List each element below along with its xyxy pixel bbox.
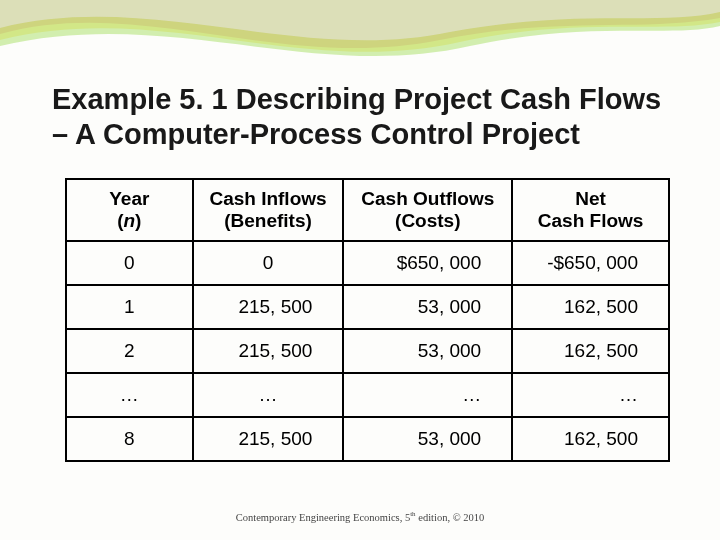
col-header-inflows-top: Cash Inflows xyxy=(209,188,326,209)
cell-inflows: 215, 500 xyxy=(193,417,344,461)
slide-title: Example 5. 1 Describing Project Cash Flo… xyxy=(52,82,680,152)
col-header-year: Year (n) xyxy=(66,179,193,241)
col-header-outflows: Cash Outflows (Costs) xyxy=(343,179,512,241)
cell-net: 162, 500 xyxy=(512,329,669,373)
col-header-inflows: Cash Inflows (Benefits) xyxy=(193,179,344,241)
cell-outflows: $650, 000 xyxy=(343,241,512,285)
cell-net: 162, 500 xyxy=(512,417,669,461)
table-row: 8 215, 500 53, 000 162, 500 xyxy=(66,417,669,461)
col-header-year-n: n xyxy=(124,210,136,231)
col-header-year-top: Year xyxy=(109,188,149,209)
cell-inflows: 215, 500 xyxy=(193,329,344,373)
cell-net: … xyxy=(512,373,669,417)
cell-net: -$650, 000 xyxy=(512,241,669,285)
table-row: 1 215, 500 53, 000 162, 500 xyxy=(66,285,669,329)
col-header-net-bottom: Cash Flows xyxy=(538,210,644,231)
cell-outflows: … xyxy=(343,373,512,417)
table-row: 2 215, 500 53, 000 162, 500 xyxy=(66,329,669,373)
col-header-net-top: Net xyxy=(575,188,606,209)
cell-inflows: 0 xyxy=(193,241,344,285)
cell-inflows: 215, 500 xyxy=(193,285,344,329)
cell-inflows: … xyxy=(193,373,344,417)
col-header-outflows-top: Cash Outflows xyxy=(361,188,494,209)
table-header-row: Year (n) Cash Inflows (Benefits) Cash Ou… xyxy=(66,179,669,241)
cell-outflows: 53, 000 xyxy=(343,285,512,329)
decorative-header-waves xyxy=(0,0,720,80)
footer-citation: Contemporary Engineering Economics, 5th … xyxy=(0,510,720,523)
cell-year: 0 xyxy=(66,241,193,285)
col-header-year-paren-close: ) xyxy=(135,210,141,231)
cell-net: 162, 500 xyxy=(512,285,669,329)
cell-year: … xyxy=(66,373,193,417)
cell-outflows: 53, 000 xyxy=(343,417,512,461)
cash-flow-table: Year (n) Cash Inflows (Benefits) Cash Ou… xyxy=(65,178,670,462)
col-header-inflows-bottom: (Benefits) xyxy=(224,210,312,231)
cell-year: 1 xyxy=(66,285,193,329)
cell-year: 2 xyxy=(66,329,193,373)
col-header-outflows-bottom: (Costs) xyxy=(395,210,460,231)
footer-text-a: Contemporary Engineering Economics, 5 xyxy=(236,511,410,522)
table-row: … … … … xyxy=(66,373,669,417)
col-header-net: Net Cash Flows xyxy=(512,179,669,241)
table-row: 0 0 $650, 000 -$650, 000 xyxy=(66,241,669,285)
cell-year: 8 xyxy=(66,417,193,461)
cell-outflows: 53, 000 xyxy=(343,329,512,373)
footer-text-b: edition, © 2010 xyxy=(416,511,485,522)
